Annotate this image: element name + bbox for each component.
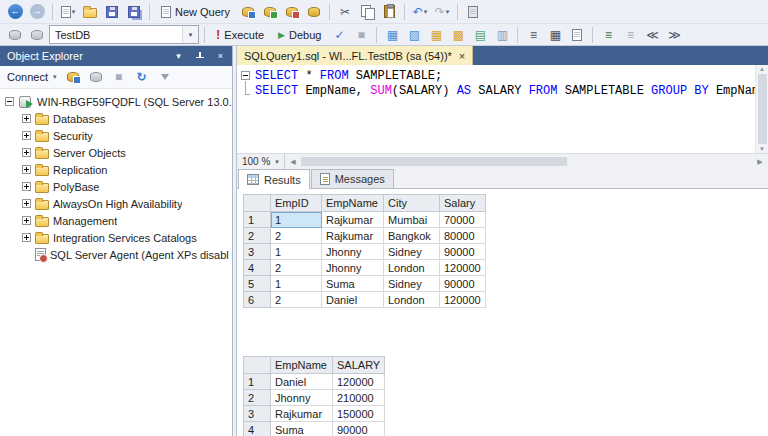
window-icon[interactable] — [463, 2, 483, 21]
stop-icon[interactable]: ■ — [110, 68, 128, 87]
grid-cell[interactable]: Sidney — [384, 276, 440, 292]
query-editor[interactable]: SELECT * FROM SAMPLETABLE;SELECT EmpName… — [237, 65, 768, 153]
row-number-cell[interactable]: 6 — [244, 292, 271, 308]
code-line[interactable]: SELECT * FROM SAMPLETABLE; — [255, 68, 755, 83]
grid-column-header[interactable]: EmpName — [322, 195, 384, 212]
grid-cell[interactable]: London — [384, 260, 440, 276]
paste-icon[interactable] — [379, 2, 399, 21]
grid-cell[interactable]: 150000 — [333, 406, 385, 422]
code-line[interactable]: SELECT EmpName, SUM(SALARY) AS SALARY FR… — [255, 83, 755, 98]
grid-cell[interactable]: 1 — [271, 212, 322, 228]
grid-cell[interactable]: 1 — [271, 244, 322, 260]
available-databases-combo[interactable]: TestDB ▾ — [49, 25, 199, 44]
disconnect-server-icon[interactable] — [87, 68, 105, 87]
region-collapse-icon[interactable] — [241, 71, 250, 80]
tree-item-server-objects[interactable]: Server Objects — [0, 144, 232, 161]
editor-code[interactable]: SELECT * FROM SAMPLETABLE;SELECT EmpName… — [255, 65, 755, 153]
row-number-cell[interactable]: 2 — [244, 390, 271, 406]
zoom-control[interactable]: 100 % ▾ — [237, 154, 285, 169]
expand-icon[interactable] — [22, 233, 31, 242]
filter-icon[interactable] — [156, 68, 174, 87]
cancel-query-icon[interactable]: ■ — [351, 25, 371, 44]
connect-server-icon[interactable] — [64, 68, 82, 87]
live-query-stats-icon[interactable]: ▤ — [470, 25, 490, 44]
new-file-icon[interactable]: ▾ — [58, 2, 78, 21]
connect-button[interactable]: Connect ▾ — [5, 68, 59, 87]
scroll-left-icon[interactable]: ◀ — [285, 154, 301, 169]
scroll-up-icon[interactable]: ▲ — [759, 66, 765, 72]
results-to-file-icon[interactable] — [567, 25, 587, 44]
undo-icon[interactable]: ↶▾ — [410, 2, 430, 21]
tree-item-replication[interactable]: Replication — [0, 161, 232, 178]
expand-icon[interactable] — [22, 114, 31, 123]
grid-cell[interactable]: Rajkumar — [271, 406, 333, 422]
grid-cell[interactable]: Jhonny — [271, 390, 333, 406]
debug-button[interactable]: ▶ Debug — [272, 25, 327, 44]
grid-cell[interactable]: 2 — [271, 260, 322, 276]
pin-icon[interactable] — [192, 49, 207, 64]
grid-cell[interactable]: Daniel — [322, 292, 384, 308]
open-file-icon[interactable] — [80, 2, 100, 21]
row-number-cell[interactable]: 3 — [244, 406, 271, 422]
grid-column-header[interactable]: City — [384, 195, 440, 212]
redo-icon[interactable]: ↷▾ — [432, 2, 452, 21]
uncomment-icon[interactable]: ≡ — [620, 25, 640, 44]
close-icon[interactable]: × — [213, 49, 228, 64]
estimated-plan-icon[interactable]: ▦ — [382, 25, 402, 44]
change-connection-icon[interactable] — [27, 25, 47, 44]
save-icon[interactable] — [102, 2, 122, 21]
row-number-cell[interactable]: 1 — [244, 374, 271, 390]
comment-icon[interactable]: ≡ — [598, 25, 618, 44]
save-all-icon[interactable] — [124, 2, 144, 21]
grid-cell[interactable]: 80000 — [440, 228, 486, 244]
new-query-button[interactable]: New Query — [155, 2, 236, 21]
query-options-icon[interactable]: ▨ — [404, 25, 424, 44]
grid-cell[interactable]: Rajkumar — [322, 212, 384, 228]
collapse-icon[interactable] — [5, 97, 14, 106]
results-to-text-icon[interactable]: ≡ — [523, 25, 543, 44]
execute-button[interactable]: ! Execute — [210, 25, 270, 44]
new-engine-query-icon[interactable] — [238, 2, 258, 21]
grid-cell[interactable]: Jhonny — [322, 260, 384, 276]
results-to-grid-icon[interactable]: ▦ — [545, 25, 565, 44]
navigate-backward-icon[interactable]: ← — [5, 2, 25, 21]
grid-cell[interactable]: Rajkumar — [322, 228, 384, 244]
expand-icon[interactable] — [22, 199, 31, 208]
tree-item-sql-server-agent[interactable]: SQL Server Agent (Agent XPs disabl — [0, 246, 232, 263]
new-xmla-query-icon[interactable] — [304, 2, 324, 21]
grid-cell[interactable]: Bangkok — [384, 228, 440, 244]
grid-cell[interactable]: London — [384, 292, 440, 308]
grid-cell[interactable]: Suma — [322, 276, 384, 292]
document-tab[interactable]: SQLQuery1.sql - WI...FL.TestDB (sa (54))… — [237, 46, 473, 65]
tree-item-databases[interactable]: Databases — [0, 110, 232, 127]
grid-cell[interactable]: 70000 — [440, 212, 486, 228]
row-number-cell[interactable]: 3 — [244, 244, 271, 260]
grid-cell[interactable]: Daniel — [271, 374, 333, 390]
tab-results[interactable]: Results — [238, 169, 310, 189]
scrollbar-thumb[interactable] — [758, 74, 767, 144]
scroll-down-icon[interactable]: ▼ — [759, 146, 765, 152]
grid-cell[interactable]: 210000 — [333, 390, 385, 406]
grid-column-header[interactable]: Salary — [440, 195, 486, 212]
new-dmx-query-icon[interactable] — [282, 2, 302, 21]
grid-corner-cell[interactable] — [244, 195, 271, 212]
grid-cell[interactable]: 90000 — [440, 276, 486, 292]
expand-icon[interactable] — [22, 182, 31, 191]
grid-cell[interactable]: Jhonny — [322, 244, 384, 260]
tree-item-polybase[interactable]: PolyBase — [0, 178, 232, 195]
chevron-down-icon[interactable]: ▾ — [182, 26, 198, 43]
tree-item-security[interactable]: Security — [0, 127, 232, 144]
row-number-cell[interactable]: 4 — [244, 422, 271, 436]
copy-icon[interactable] — [357, 2, 377, 21]
grid-cell[interactable]: 120000 — [333, 374, 385, 390]
tree-item-server[interactable]: WIN-RBGF59FQDFL (SQL Server 13.0.16 — [0, 93, 232, 110]
expand-icon[interactable] — [22, 165, 31, 174]
expand-icon[interactable] — [22, 148, 31, 157]
cut-icon[interactable]: ✂ — [335, 2, 355, 21]
grid-column-header[interactable]: EmpName — [271, 357, 333, 374]
editor-vertical-scrollbar[interactable]: ▲ ▼ — [755, 65, 768, 153]
expand-icon[interactable] — [22, 216, 31, 225]
tree-item-alwayson-high-availability[interactable]: AlwaysOn High Availability — [0, 195, 232, 212]
indent-icon[interactable]: ≫ — [664, 25, 684, 44]
grid-column-header[interactable]: SALARY — [333, 357, 385, 374]
